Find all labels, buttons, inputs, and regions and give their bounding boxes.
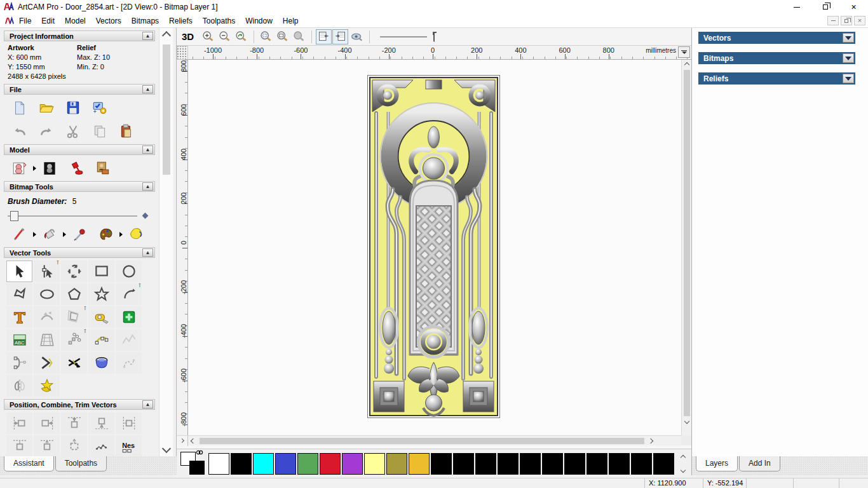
close-button[interactable]: × xyxy=(839,0,868,14)
zoom-fit-icon[interactable] xyxy=(275,29,290,44)
zoom-slider[interactable] xyxy=(380,30,437,43)
create-star-tool[interactable] xyxy=(88,283,114,305)
cut-icon[interactable] xyxy=(62,121,84,142)
toggle-bitmap-icon[interactable] xyxy=(316,29,332,44)
create-polyline-tool[interactable] xyxy=(6,283,32,305)
palette-swatch-17[interactable] xyxy=(587,453,607,475)
canvas-scroll-left-icon[interactable] xyxy=(188,436,198,446)
preview-relief-icon[interactable] xyxy=(349,29,365,44)
create-text-tool[interactable] xyxy=(6,306,32,328)
expand-reliefs-button[interactable] xyxy=(843,74,854,83)
align-top-tool[interactable] xyxy=(61,412,87,434)
collapse-project-information-button[interactable]: ▲ xyxy=(142,32,153,40)
restore-button[interactable] xyxy=(811,0,839,14)
palette-swatch-4[interactable] xyxy=(297,453,318,475)
align-right-tool[interactable] xyxy=(34,412,60,434)
palette-swatch-1[interactable] xyxy=(231,453,252,475)
lighting-icon[interactable] xyxy=(65,158,87,179)
door-relief-image[interactable] xyxy=(367,75,500,418)
palette-swatch-12[interactable] xyxy=(475,453,496,475)
zoom-previous-icon[interactable] xyxy=(233,29,249,44)
tab-toolpaths[interactable]: Toolpaths xyxy=(55,456,107,471)
zoom-in-icon[interactable] xyxy=(200,29,216,44)
toggle-assistant-icon[interactable] xyxy=(177,436,188,446)
mirror-vectors-tool[interactable] xyxy=(6,375,32,396)
primary-secondary-colors[interactable] xyxy=(177,450,208,478)
minimize-button[interactable] xyxy=(782,0,811,14)
create-circle-tool[interactable] xyxy=(116,261,142,282)
transform-vectors-tool[interactable] xyxy=(61,261,87,282)
collapse-position-button[interactable]: ▲ xyxy=(142,400,153,409)
pick-color-icon[interactable] xyxy=(69,224,90,245)
toggle-vectors-icon[interactable] xyxy=(332,29,348,44)
canvas-viewport[interactable] xyxy=(188,60,681,435)
palette-swatch-2[interactable] xyxy=(253,453,274,475)
paste-icon[interactable] xyxy=(116,121,137,142)
menu-edit[interactable]: Edit xyxy=(36,15,60,27)
palette-swatch-7[interactable] xyxy=(364,453,385,475)
measure-tool-tool[interactable] xyxy=(88,306,114,328)
ruler-units-dropdown[interactable] xyxy=(678,46,690,58)
zoom-object-icon[interactable] xyxy=(291,29,307,44)
set-model-size-icon[interactable] xyxy=(9,158,31,179)
panel-header-vectors[interactable]: Vectors xyxy=(698,32,855,44)
palette-swatch-11[interactable] xyxy=(453,453,474,475)
menu-bitmaps[interactable]: Bitmaps xyxy=(126,15,164,27)
canvas-scroll-up-icon[interactable] xyxy=(682,60,692,70)
tab-assistant[interactable]: Assistant xyxy=(4,456,54,471)
mdi-minimize-button[interactable] xyxy=(827,16,839,25)
create-polygon-tool[interactable] xyxy=(61,283,87,305)
fit-polyline-tool[interactable] xyxy=(116,329,142,351)
flyout-arrow-icon[interactable] xyxy=(33,232,36,237)
zoom-rectangle-icon[interactable] xyxy=(258,29,274,44)
menu-reliefs[interactable]: Reliefs xyxy=(164,15,198,27)
palette-swatch-15[interactable] xyxy=(542,453,563,475)
create-weave-tool[interactable] xyxy=(88,352,114,374)
mdi-close-button[interactable]: × xyxy=(854,16,865,25)
palette-swatch-19[interactable] xyxy=(631,453,652,475)
wrap-vectors-tool[interactable] xyxy=(34,375,60,396)
color-palette-icon[interactable] xyxy=(95,224,117,245)
expand-vectors-button[interactable] xyxy=(843,33,854,43)
undo-icon[interactable] xyxy=(9,121,31,142)
scroll-up-icon[interactable] xyxy=(159,28,173,43)
paste-center-tool[interactable] xyxy=(61,435,87,456)
collapse-file-button[interactable]: ▲ xyxy=(142,85,153,93)
menu-toolpaths[interactable]: Toolpaths xyxy=(198,15,240,27)
collapse-vector-tools-button[interactable]: ▲ xyxy=(142,248,153,257)
canvas-hscroll-thumb[interactable] xyxy=(200,438,644,444)
palette-swatch-9[interactable] xyxy=(409,453,430,475)
center-horizontal-tool[interactable] xyxy=(6,435,32,456)
canvas-vertical-scrollbar[interactable] xyxy=(681,60,691,435)
menu-file[interactable]: File xyxy=(14,15,36,27)
palette-swatch-5[interactable] xyxy=(320,453,341,475)
envelope-distort-tool[interactable] xyxy=(34,329,60,351)
create-ellipse-tool[interactable] xyxy=(34,283,60,305)
menu-model[interactable]: Model xyxy=(60,15,91,27)
palette-swatch-13[interactable] xyxy=(498,453,519,475)
magic-sponge-icon[interactable] xyxy=(125,224,147,245)
copy-icon[interactable] xyxy=(89,121,111,142)
join-vectors-tool[interactable] xyxy=(34,352,60,374)
select-vectors-tool[interactable] xyxy=(6,261,32,282)
palette-swatch-6[interactable] xyxy=(342,453,363,475)
canvas-vscroll-thumb[interactable] xyxy=(684,70,690,416)
block-copy-tool[interactable] xyxy=(116,306,142,328)
nesting-tool[interactable]: Nes xyxy=(116,435,142,456)
collapse-model-button[interactable]: ▲ xyxy=(142,146,153,154)
text-on-curve-tool[interactable] xyxy=(34,306,60,328)
paint-brush-icon[interactable] xyxy=(9,224,31,245)
adjust-model-icon[interactable] xyxy=(39,158,60,179)
palette-scroll-down-icon[interactable] xyxy=(677,464,689,476)
canvas-scroll-down-icon[interactable] xyxy=(682,416,692,426)
offset-vector-tool[interactable]: ⊺ xyxy=(61,306,87,328)
scroll-down-icon[interactable] xyxy=(159,441,173,456)
save-model-icon[interactable] xyxy=(62,98,84,118)
zoom-out-icon[interactable] xyxy=(217,29,233,44)
flyout-arrow-icon[interactable] xyxy=(63,232,66,237)
palette-swatch-16[interactable] xyxy=(564,453,585,475)
paste-along-curve-tool[interactable]: ⊺ xyxy=(61,329,87,351)
collapse-bitmap-tools-button[interactable]: ▲ xyxy=(142,182,153,191)
assistant-scrollbar-thumb[interactable] xyxy=(163,44,170,175)
menu-window[interactable]: Window xyxy=(240,15,278,27)
